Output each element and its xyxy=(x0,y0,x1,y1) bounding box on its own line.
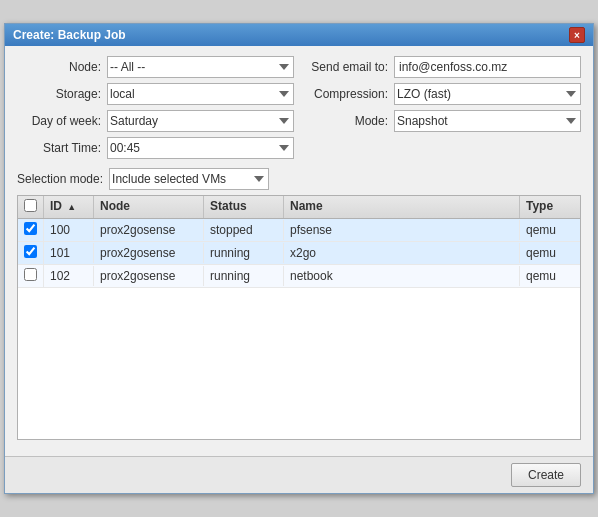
cell-id-102: 102 xyxy=(44,266,94,286)
mode-select[interactable]: Snapshot xyxy=(394,110,581,132)
vm-grid: ID ▲ Node Status Name Type 100 prox2gose… xyxy=(17,195,581,440)
day-label: Day of week: xyxy=(17,114,107,128)
compression-row: Compression: LZO (fast) xyxy=(304,83,581,105)
grid-body: 100 prox2gosense stopped pfsense qemu 10… xyxy=(18,219,580,439)
cell-node-100: prox2gosense xyxy=(94,220,204,240)
header-status[interactable]: Status xyxy=(204,196,284,218)
cell-status-101: running xyxy=(204,243,284,263)
email-input[interactable] xyxy=(394,56,581,78)
node-label: Node: xyxy=(17,60,107,74)
dialog-body: Node: -- All -- Storage: local Day of we… xyxy=(5,46,593,456)
mode-row: Mode: Snapshot xyxy=(304,110,581,132)
close-button[interactable]: × xyxy=(569,27,585,43)
start-time-row: Start Time: 00:45 xyxy=(17,137,294,159)
day-select[interactable]: Saturday xyxy=(107,110,294,132)
checkbox-101[interactable] xyxy=(24,245,37,258)
cell-name-102: netbook xyxy=(284,266,520,286)
email-label: Send email to: xyxy=(304,60,394,74)
compression-select[interactable]: LZO (fast) xyxy=(394,83,581,105)
form-section: Node: -- All -- Storage: local Day of we… xyxy=(17,56,581,164)
mode-label: Mode: xyxy=(304,114,394,128)
header-type[interactable]: Type xyxy=(520,196,580,218)
dialog-titlebar: Create: Backup Job × xyxy=(5,24,593,46)
table-row[interactable]: 101 prox2gosense running x2go qemu xyxy=(18,242,580,265)
cell-name-101: x2go xyxy=(284,243,520,263)
header-id[interactable]: ID ▲ xyxy=(44,196,94,218)
sort-icon: ▲ xyxy=(67,202,76,212)
cell-status-102: running xyxy=(204,266,284,286)
cell-node-101: prox2gosense xyxy=(94,243,204,263)
compression-label: Compression: xyxy=(304,87,394,101)
header-name[interactable]: Name xyxy=(284,196,520,218)
cell-type-100: qemu xyxy=(520,220,580,240)
row-check-102 xyxy=(18,265,44,287)
cell-id-100: 100 xyxy=(44,220,94,240)
cell-status-100: stopped xyxy=(204,220,284,240)
table-row[interactable]: 102 prox2gosense running netbook qemu xyxy=(18,265,580,288)
row-check-101 xyxy=(18,242,44,264)
email-row: Send email to: xyxy=(304,56,581,78)
start-time-label: Start Time: xyxy=(17,141,107,155)
storage-select[interactable]: local xyxy=(107,83,294,105)
selection-mode-label: Selection mode: xyxy=(17,172,109,186)
node-select[interactable]: -- All -- xyxy=(107,56,294,78)
header-node[interactable]: Node xyxy=(94,196,204,218)
node-row: Node: -- All -- xyxy=(17,56,294,78)
storage-label: Storage: xyxy=(17,87,107,101)
grid-header: ID ▲ Node Status Name Type xyxy=(18,196,580,219)
day-row: Day of week: Saturday xyxy=(17,110,294,132)
row-check-100 xyxy=(18,219,44,241)
checkbox-100[interactable] xyxy=(24,222,37,235)
cell-type-101: qemu xyxy=(520,243,580,263)
create-backup-dialog: Create: Backup Job × Node: -- All -- Sto… xyxy=(4,23,594,494)
create-button[interactable]: Create xyxy=(511,463,581,487)
form-right: Send email to: Compression: LZO (fast) M… xyxy=(304,56,581,164)
cell-id-101: 101 xyxy=(44,243,94,263)
select-all-checkbox[interactable] xyxy=(24,199,37,212)
header-check xyxy=(18,196,44,218)
dialog-footer: Create xyxy=(5,456,593,493)
start-time-select[interactable]: 00:45 xyxy=(107,137,294,159)
table-row[interactable]: 100 prox2gosense stopped pfsense qemu xyxy=(18,219,580,242)
selection-mode-select[interactable]: Include selected VMs xyxy=(109,168,269,190)
cell-name-100: pfsense xyxy=(284,220,520,240)
storage-row: Storage: local xyxy=(17,83,294,105)
cell-node-102: prox2gosense xyxy=(94,266,204,286)
checkbox-102[interactable] xyxy=(24,268,37,281)
selection-mode-row: Selection mode: Include selected VMs xyxy=(17,168,581,190)
dialog-title: Create: Backup Job xyxy=(13,28,126,42)
form-left: Node: -- All -- Storage: local Day of we… xyxy=(17,56,294,164)
cell-type-102: qemu xyxy=(520,266,580,286)
